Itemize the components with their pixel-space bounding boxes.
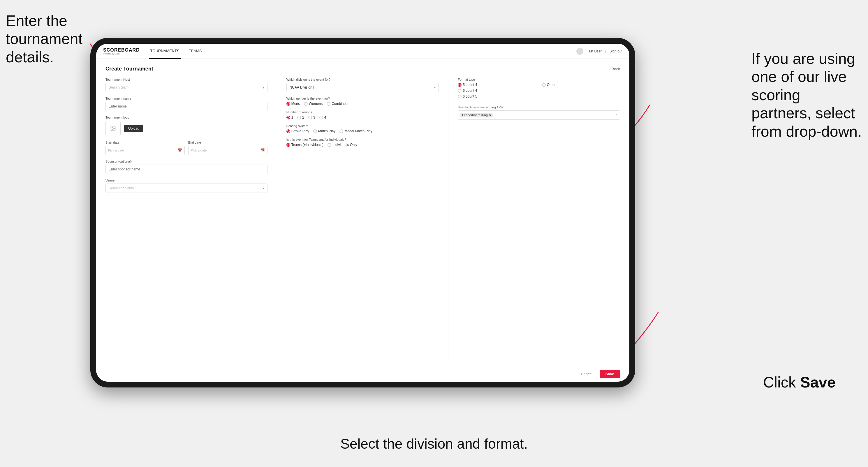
navbar-right: Test User | Sign out	[576, 48, 622, 55]
date-group: Start date Pick a date 📅 End date Pick a…	[105, 141, 268, 155]
live-scoring-label: Use third-party live scoring API?	[458, 105, 620, 109]
rounds-group: Number of rounds 1 2	[286, 111, 439, 119]
navbar-left: SCOREBOARD Powered by Clippit TOURNAMENT…	[103, 44, 203, 59]
upload-button[interactable]: Upload	[124, 125, 143, 132]
name-input[interactable]	[109, 104, 264, 108]
rounds-1[interactable]: 1	[286, 115, 293, 119]
division-value: NCAA Division I	[290, 85, 314, 89]
scoring-stroke-radio[interactable]	[286, 129, 290, 133]
scoring-match-radio[interactable]	[313, 129, 317, 133]
rounds-1-label: 1	[291, 115, 293, 119]
format-6count5-radio[interactable]	[458, 95, 462, 98]
end-date-placeholder: Pick a date	[191, 149, 207, 152]
brand: SCOREBOARD Powered by Clippit	[103, 48, 140, 55]
sponsor-input[interactable]	[109, 167, 264, 171]
format-5count4[interactable]: 5 count 4	[458, 83, 536, 87]
rounds-3-label: 3	[313, 115, 315, 119]
gender-combined[interactable]: Combined	[327, 102, 348, 106]
user-avatar	[576, 48, 583, 55]
scoring-medal-radio[interactable]	[339, 129, 343, 133]
rounds-4[interactable]: 4	[319, 115, 326, 119]
rounds-2-label: 2	[302, 115, 304, 119]
scoring-medal-label: Medal Match Play	[344, 129, 372, 133]
format-other[interactable]: Other	[542, 83, 620, 87]
scoring-radio-group: Stroke Play Match Play Medal Match Play	[286, 129, 439, 133]
save-button[interactable]: Save	[600, 370, 620, 378]
ct-header: Create Tournament ‹ Back	[105, 66, 620, 72]
format-6count4[interactable]: 6 count 4	[458, 89, 536, 93]
start-date-calendar-icon: 📅	[178, 148, 182, 152]
rounds-1-radio[interactable]	[286, 116, 290, 119]
gender-womens[interactable]: Womens	[304, 102, 322, 106]
start-date-placeholder: Pick a date	[108, 149, 124, 152]
gender-womens-radio[interactable]	[304, 102, 308, 106]
division-label: Which division is the event for?	[286, 78, 439, 81]
rounds-2[interactable]: 2	[297, 115, 304, 119]
format-6count5[interactable]: 6 count 5	[458, 94, 536, 98]
live-scoring-value: Leaderboard King	[462, 113, 488, 117]
rounds-2-radio[interactable]	[297, 116, 301, 119]
brand-sub: Powered by Clippit	[103, 53, 140, 55]
host-dropdown[interactable]: Search team ▾	[105, 83, 268, 92]
tournament-host-group: Tournament Host Search team ▾	[105, 78, 268, 92]
format-5count4-radio[interactable]	[458, 83, 462, 87]
gender-combined-radio[interactable]	[327, 102, 331, 106]
start-date-input[interactable]: Pick a date 📅	[105, 146, 185, 155]
gender-mens[interactable]: Mens	[286, 102, 300, 106]
format-other-radio[interactable]	[542, 83, 546, 87]
scoring-medal[interactable]: Medal Match Play	[339, 129, 372, 133]
end-date-calendar-icon: 📅	[260, 148, 265, 152]
annotation-top-left: Enter the tournament details.	[6, 12, 93, 66]
annotation-bottom-right: Click Save	[763, 373, 862, 391]
back-link[interactable]: ‹ Back	[609, 67, 620, 71]
venue-dropdown[interactable]: Search golf club ▾	[105, 184, 268, 193]
teams-individuals-label: Individuals Only	[333, 143, 357, 147]
rounds-4-label: 4	[324, 115, 326, 119]
annotation-top-right: If you are using one of our live scoring…	[751, 50, 862, 141]
format-6count4-radio[interactable]	[458, 89, 462, 93]
end-date-label: End date	[188, 141, 268, 144]
date-row: Start date Pick a date 📅 End date Pick a…	[105, 141, 268, 155]
end-date-input[interactable]: Pick a date 📅	[188, 146, 268, 155]
nav-tab-tournaments[interactable]: TOURNAMENTS	[149, 44, 181, 59]
host-placeholder: Search team	[109, 85, 128, 89]
format-6count5-label: 6 count 5	[463, 94, 477, 98]
gender-combined-label: Combined	[332, 102, 348, 106]
scoring-label: Scoring system	[286, 124, 439, 128]
gender-label: Which gender is the event for?	[286, 97, 439, 100]
tournament-name-group: Tournament name	[105, 97, 268, 111]
teams-teams-radio[interactable]	[286, 143, 290, 147]
rounds-4-radio[interactable]	[319, 116, 323, 119]
sponsor-label: Sponsor (optional)	[105, 160, 268, 163]
division-arrow-icon: ▾	[434, 86, 436, 89]
nav-tabs: TOURNAMENTS TEAMS	[149, 44, 203, 59]
division-dropdown[interactable]: NCAA Division I ▾	[286, 83, 439, 92]
annotation-bottom-center: Select the division and format.	[340, 436, 528, 453]
annotation-bottom-right-bold: Save	[800, 374, 835, 391]
scoring-match[interactable]: Match Play	[313, 129, 335, 133]
format-label: Format type	[458, 78, 620, 81]
teams-teams[interactable]: Teams (+Individuals)	[286, 143, 323, 147]
scoring-stroke[interactable]: Stroke Play	[286, 129, 309, 133]
live-scoring-tag: Leaderboard King ✕	[460, 113, 493, 117]
gender-mens-radio[interactable]	[286, 102, 290, 106]
tag-close-icon[interactable]: ✕	[489, 114, 491, 117]
start-date-group: Start date Pick a date 📅	[105, 141, 185, 155]
scoring-match-label: Match Play	[318, 129, 335, 133]
teams-individuals-radio[interactable]	[328, 143, 331, 147]
cancel-button[interactable]: Cancel	[577, 370, 596, 378]
sign-out-link[interactable]: Sign out	[610, 49, 622, 53]
nav-tab-teams[interactable]: TEAMS	[188, 44, 203, 59]
rounds-3[interactable]: 3	[308, 115, 315, 119]
tournament-logo-group: Tournament logo Upload	[105, 116, 268, 136]
format-other-label: Other	[547, 83, 556, 87]
form-col-1: Tournament Host Search team ▾ Tournament…	[105, 78, 277, 359]
format-5count4-label: 5 count 4	[463, 83, 477, 87]
teams-individuals[interactable]: Individuals Only	[328, 143, 357, 147]
live-scoring-dropdown[interactable]: Leaderboard King ✕ ⌃	[458, 111, 620, 120]
rounds-3-radio[interactable]	[308, 116, 312, 119]
sponsor-group: Sponsor (optional)	[105, 160, 268, 174]
page-title: Create Tournament	[105, 66, 153, 72]
format-options-split: 5 count 4 Other 6 count 4	[458, 83, 620, 98]
scoring-stroke-label: Stroke Play	[291, 129, 309, 133]
